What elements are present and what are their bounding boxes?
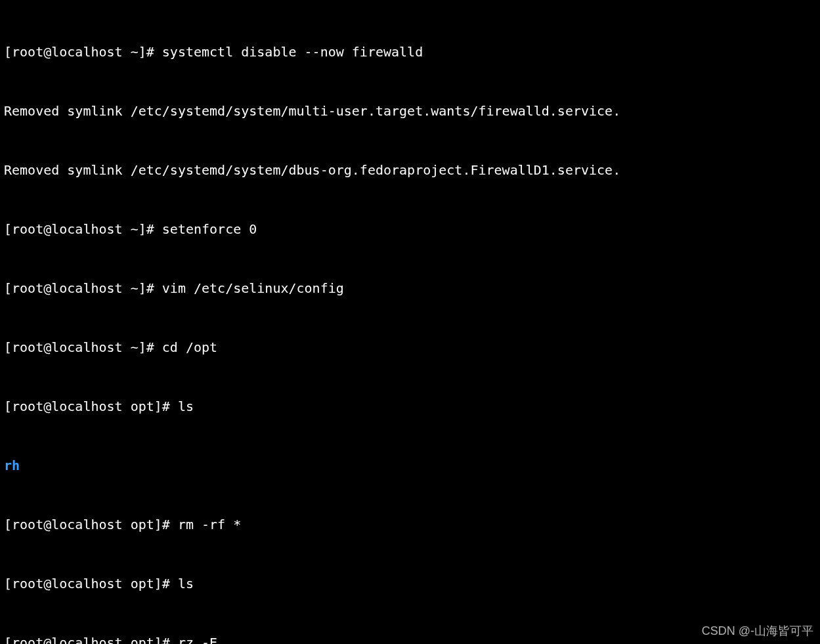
prompt: [root@localhost opt]# (4, 576, 178, 591)
prompt: [root@localhost opt]# (4, 398, 178, 414)
prompt: [root@localhost ~]# (4, 280, 162, 296)
terminal[interactable]: [root@localhost ~]# systemctl disable --… (0, 0, 820, 644)
prompt: [root@localhost opt]# (4, 517, 178, 532)
cmd: cd /opt (162, 339, 217, 355)
prompt: [root@localhost ~]# (4, 221, 162, 237)
cmd: ls (178, 576, 194, 591)
prompt: [root@localhost ~]# (4, 339, 162, 355)
prompt: [root@localhost opt]# (4, 635, 178, 644)
output: Removed symlink /etc/systemd/system/dbus… (4, 160, 816, 180)
cmd: rz -E (178, 635, 217, 644)
prompt: [root@localhost ~]# (4, 44, 162, 60)
cmd: setenforce 0 (162, 221, 257, 237)
cmd: rm -rf * (178, 517, 241, 532)
output: Removed symlink /etc/systemd/system/mult… (4, 101, 816, 121)
ls-dir: rh (4, 456, 816, 475)
cmd: vim /etc/selinux/config (162, 280, 344, 296)
cmd: systemctl disable --now firewalld (162, 44, 423, 60)
cmd: ls (178, 398, 194, 414)
